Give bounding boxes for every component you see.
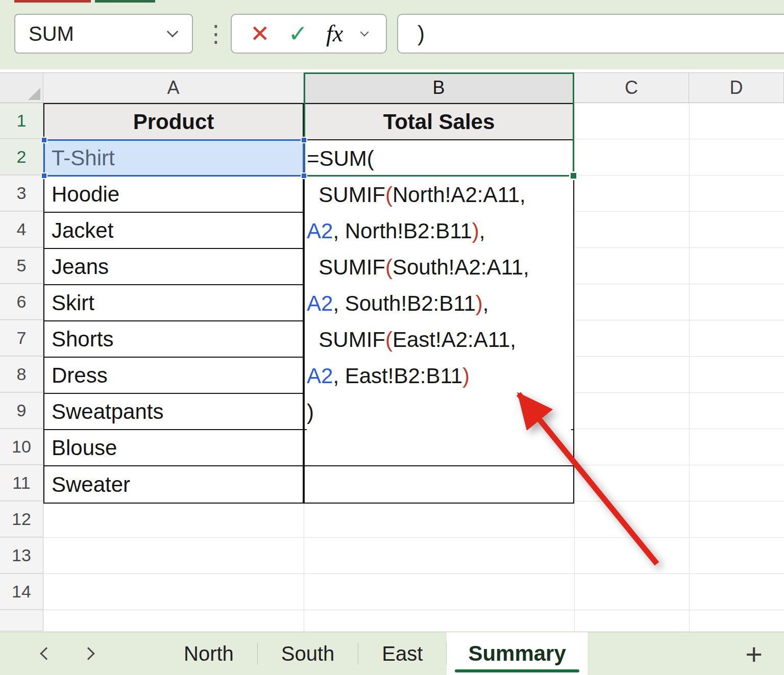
gridline xyxy=(689,103,690,632)
total-sales-header-cell[interactable]: Total Sales xyxy=(305,104,573,140)
formula-segment: , North!B2:B11 xyxy=(333,219,472,243)
formula-overlay[interactable]: =SUM( SUMIF(North!A2:A11,A2, North!B2:B1… xyxy=(307,140,571,430)
column-header-b[interactable]: B xyxy=(304,73,574,103)
formula-segment: SUMIF xyxy=(307,183,385,207)
row-header-12[interactable]: 12 xyxy=(0,502,43,537)
formula-input-value: ) xyxy=(418,21,425,46)
product-cell[interactable]: Hoodie xyxy=(44,177,303,213)
formula-segment: ( xyxy=(385,183,393,207)
gridline xyxy=(574,103,575,632)
formula-line: =SUM( xyxy=(307,140,571,177)
grid-row: 12 xyxy=(0,502,784,538)
cancel-icon[interactable]: ✕ xyxy=(250,22,270,45)
formula-segment: South!A2:A11, xyxy=(393,255,529,279)
row-header-13[interactable]: 13 xyxy=(0,538,43,573)
sheet-tab-label: East xyxy=(382,642,423,665)
sheet-tab-summary[interactable]: Summary xyxy=(447,632,587,675)
column-header-c[interactable]: C xyxy=(574,73,689,103)
formula-line: A2, North!B2:B11), xyxy=(307,213,571,249)
product-cell[interactable]: Blouse xyxy=(44,430,303,466)
grid-row: 13 xyxy=(0,538,784,574)
sheet-tab-north[interactable]: North xyxy=(160,632,257,675)
formula-line: A2, East!B2:B11) xyxy=(307,358,571,394)
formula-buttons: ✕ ✓ fx xyxy=(231,14,387,54)
formula-segment: =SUM( xyxy=(307,146,374,170)
formula-segment: , East!B2:B11 xyxy=(333,364,462,388)
ribbon-clip-green xyxy=(95,0,155,3)
formula-line: SUMIF(North!A2:A11, xyxy=(307,177,571,213)
sheet-tab-south[interactable]: South xyxy=(258,632,358,675)
column-header-d[interactable]: D xyxy=(689,73,784,103)
formula-segment: , South!B2:B11 xyxy=(333,291,475,315)
row-header-10[interactable]: 10 xyxy=(0,429,43,465)
grid-row: 14 xyxy=(0,574,784,610)
add-sheet-button[interactable]: + xyxy=(738,632,770,675)
product-cell[interactable]: Jeans xyxy=(44,249,303,285)
row-header-3[interactable]: 3 xyxy=(0,176,43,211)
sheet-nav xyxy=(42,632,93,675)
product-cell[interactable]: Shorts xyxy=(44,321,303,358)
sheet-tab-bar: NorthSouthEastSummary + xyxy=(0,632,784,675)
product-table: ProductT-ShirtHoodieJacketJeansSkirtShor… xyxy=(43,103,304,504)
row-header-11[interactable]: 11 xyxy=(0,465,43,501)
row-header-14[interactable]: 14 xyxy=(0,574,43,610)
function-dropdown-icon[interactable] xyxy=(360,28,369,37)
sheet-grid: ABCD 1234567891011121314 ProductT-ShirtH… xyxy=(0,72,784,632)
next-sheet-icon[interactable] xyxy=(82,647,94,660)
formula-segment: , xyxy=(479,219,485,243)
sheet-tabs: NorthSouthEastSummary xyxy=(160,632,587,675)
select-all-corner[interactable] xyxy=(0,73,43,103)
formula-segment: North!A2:A11, xyxy=(393,183,526,207)
product-header-cell[interactable]: Product xyxy=(44,104,303,140)
formula-line: ) xyxy=(307,394,571,430)
row-header-9[interactable]: 9 xyxy=(0,393,43,429)
row-header-7[interactable]: 7 xyxy=(0,320,43,356)
formula-line: SUMIF(East!A2:A11, xyxy=(307,321,571,358)
formula-segment: SUMIF xyxy=(307,328,385,352)
row-header-2[interactable]: 2 xyxy=(0,139,43,175)
spreadsheet-app: SUM ⋮ ✕ ✓ fx ) ABCD 1234567891011121314 … xyxy=(0,0,784,675)
product-cell[interactable]: Dress xyxy=(44,358,303,394)
name-box[interactable]: SUM xyxy=(14,14,193,54)
formula-segment: ) xyxy=(462,364,470,388)
formula-segment: A2 xyxy=(307,291,333,315)
product-cell[interactable]: Skirt xyxy=(44,285,303,321)
row-header-blank xyxy=(0,610,43,631)
product-cell[interactable]: Jacket xyxy=(44,213,303,249)
row-header-5[interactable]: 5 xyxy=(0,248,43,284)
column-headers-row: ABCD xyxy=(0,72,784,103)
column-header-a[interactable]: A xyxy=(43,73,304,103)
active-tab-underline xyxy=(455,669,579,672)
formula-segment: A2 xyxy=(307,219,333,243)
sheet-tab-label: North xyxy=(184,642,234,665)
formula-segment: ) xyxy=(307,400,314,424)
formula-input[interactable]: ) xyxy=(397,14,784,54)
sheet-tab-label: Summary xyxy=(468,641,566,666)
formula-line: SUMIF(South!A2:A11, xyxy=(307,249,571,285)
row-header-1[interactable]: 1 xyxy=(0,103,43,139)
row-header-8[interactable]: 8 xyxy=(0,357,43,392)
formula-segment: East!A2:A11, xyxy=(393,328,516,352)
more-options-icon[interactable]: ⋮ xyxy=(204,14,228,54)
grid-row xyxy=(0,610,784,631)
row-header-4[interactable]: 4 xyxy=(0,212,43,247)
prev-sheet-icon[interactable] xyxy=(40,647,53,660)
enter-icon[interactable]: ✓ xyxy=(288,22,308,45)
formula-segment: ( xyxy=(385,255,393,279)
formula-segment: A2 xyxy=(307,364,333,388)
formula-segment: SUMIF xyxy=(307,255,385,279)
row-header-6[interactable]: 6 xyxy=(0,284,43,320)
cell-border xyxy=(305,465,573,466)
formula-line: A2, South!B2:B11), xyxy=(307,285,571,321)
insert-function-icon[interactable]: fx xyxy=(326,22,343,45)
name-box-dropdown-icon[interactable] xyxy=(167,26,179,38)
product-cell[interactable]: T-Shirt xyxy=(44,140,303,177)
ribbon-clip-red xyxy=(14,0,91,3)
sheet-tab-east[interactable]: East xyxy=(358,632,446,675)
product-cell[interactable]: Sweater xyxy=(44,466,303,503)
name-box-value: SUM xyxy=(15,22,168,45)
product-cell[interactable]: Sweatpants xyxy=(44,394,303,430)
formula-segment: ) xyxy=(476,291,483,315)
formula-segment: , xyxy=(483,291,489,315)
sheet-tab-label: South xyxy=(281,642,335,665)
